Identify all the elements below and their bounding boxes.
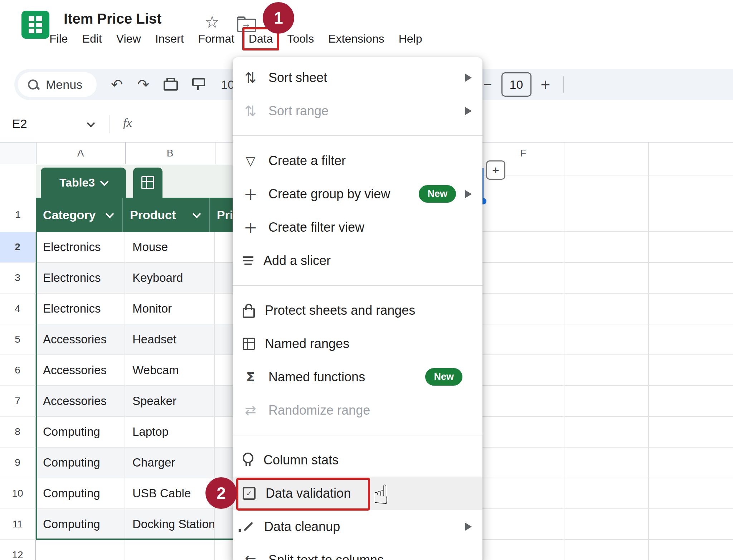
cell-product[interactable]: Docking Station	[125, 509, 215, 540]
cell-product[interactable]: USB Cable	[125, 478, 215, 509]
menu-item[interactable]: Add a slicer	[233, 244, 482, 277]
row-header[interactable]: 5	[0, 324, 36, 355]
sigma-icon	[243, 370, 258, 384]
add-table-column-button[interactable]	[486, 160, 505, 180]
menubar-item[interactable]: Extensions	[325, 29, 387, 49]
cell-product[interactable]: Monitor	[125, 294, 215, 324]
cell-category[interactable]: Accessories	[36, 355, 125, 386]
name-box-dropdown-icon[interactable]	[87, 119, 95, 127]
select-all-corner[interactable]	[0, 143, 37, 164]
table-header-category[interactable]: Category	[36, 198, 123, 232]
cell-category[interactable]: Electronics	[36, 294, 125, 324]
table-row: 5 Accessories Headset	[0, 324, 233, 355]
cell-price-partial[interactable]	[215, 263, 233, 294]
menu-item[interactable]: Named functions New	[233, 360, 482, 394]
table-name-chip[interactable]: Table3	[41, 168, 126, 198]
cell-price-partial[interactable]	[215, 509, 233, 540]
menus-search[interactable]: Menus	[18, 72, 97, 97]
menu-item[interactable]: Create filter view	[233, 211, 482, 244]
row-header[interactable]: 3	[0, 263, 36, 294]
table-row: 11 Computing Docking Station	[0, 509, 233, 540]
sort-icon	[243, 69, 258, 86]
cell-price-partial[interactable]	[215, 324, 233, 355]
cell-price-partial[interactable]	[215, 294, 233, 324]
cell-price-partial[interactable]	[215, 386, 233, 417]
table-header-price-partial[interactable]: Pri	[210, 198, 233, 232]
undo-icon[interactable]: ↶	[111, 76, 123, 93]
column-header-b[interactable]: B	[125, 143, 215, 164]
cell-category[interactable]	[36, 540, 125, 560]
cell-category[interactable]: Computing	[36, 478, 125, 509]
menu-item[interactable]: Create group by view New	[233, 177, 482, 211]
menubar-item[interactable]: File	[47, 29, 71, 49]
row-header[interactable]: 8	[0, 417, 36, 448]
cell-price-partial[interactable]	[215, 448, 233, 478]
chevron-down-icon[interactable]	[192, 209, 201, 218]
chevron-down-icon[interactable]	[105, 209, 114, 218]
document-title[interactable]: Item Price List	[64, 11, 161, 27]
cell-product[interactable]: Mouse	[125, 232, 215, 263]
menu-item[interactable]: Sort range	[233, 94, 482, 127]
table-menu-button[interactable]	[133, 168, 162, 198]
cell-price-partial[interactable]	[215, 540, 233, 560]
row-header[interactable]: 6	[0, 355, 36, 386]
menu-item[interactable]: Split text to columns	[233, 543, 482, 560]
cell-category[interactable]: Accessories	[36, 324, 125, 355]
menu-item[interactable]: Protect sheets and ranges	[233, 294, 482, 327]
menubar-item[interactable]: Help	[396, 29, 425, 49]
grid-right-region[interactable]	[482, 165, 733, 560]
column-header-a[interactable]: A	[36, 143, 126, 164]
increase-font-size-button[interactable]	[541, 77, 550, 92]
menu-item[interactable]: Data cleanup	[233, 510, 482, 543]
cell-category[interactable]: Electronics	[36, 263, 125, 294]
row-header[interactable]: 4	[0, 294, 36, 324]
menubar-item[interactable]: Tools	[284, 29, 317, 49]
cell-product[interactable]	[125, 540, 215, 560]
row-header[interactable]: 7	[0, 386, 36, 417]
cell-category[interactable]: Computing	[36, 417, 125, 448]
paint-format-icon[interactable]	[192, 78, 205, 91]
menu-item[interactable]: Sort sheet	[233, 61, 482, 94]
cell-category[interactable]: Accessories	[36, 386, 125, 417]
row-header[interactable]: 12	[0, 540, 36, 560]
table-header-product[interactable]: Product	[123, 198, 210, 232]
cell-product[interactable]: Webcam	[125, 355, 215, 386]
cell-price-partial[interactable]	[215, 232, 233, 263]
cell-price-partial[interactable]	[215, 355, 233, 386]
menubar-item[interactable]: View	[113, 29, 144, 49]
menubar-item[interactable]: Format	[195, 29, 237, 49]
search-icon	[28, 79, 38, 90]
cell-product[interactable]: Charger	[125, 448, 215, 478]
cell-product[interactable]: Laptop	[125, 417, 215, 448]
cell-category[interactable]: Electronics	[36, 232, 125, 263]
menu-item-label: Sort sheet	[268, 70, 327, 85]
name-box[interactable]: E2	[12, 117, 27, 131]
row-header-1[interactable]: 1	[0, 198, 37, 233]
menubar-item[interactable]: Insert	[152, 29, 186, 49]
cell-category[interactable]: Computing	[36, 509, 125, 540]
menu-item[interactable]: Data validation	[233, 477, 482, 510]
row-header[interactable]: 11	[0, 509, 36, 540]
redo-icon[interactable]: ↷	[137, 76, 150, 93]
cell-product[interactable]: Headset	[125, 324, 215, 355]
menubar-item[interactable]: Edit	[79, 29, 105, 49]
cell-product[interactable]: Speaker	[125, 386, 215, 417]
menubar-item-label: Help	[399, 32, 422, 45]
cell-product[interactable]: Keyboard	[125, 263, 215, 294]
price-header-label: Pri	[217, 208, 233, 222]
menu-item[interactable]: Randomize range	[233, 394, 482, 427]
paint-roller-glyph	[192, 78, 205, 86]
cell-price-partial[interactable]	[215, 417, 233, 448]
menu-item[interactable]: Named ranges	[233, 327, 482, 360]
menu-item[interactable]: Column stats	[233, 443, 482, 477]
cell-category[interactable]: Computing	[36, 448, 125, 478]
column-header-c-partial[interactable]	[215, 143, 233, 164]
font-size-input[interactable]: 10	[501, 72, 531, 97]
validation-icon	[243, 487, 256, 500]
decrease-font-size-button[interactable]	[483, 76, 492, 93]
print-icon[interactable]	[164, 78, 178, 91]
menu-item[interactable]: Create a filter	[233, 144, 482, 177]
row-header[interactable]: 10	[0, 478, 36, 509]
row-header[interactable]: 2	[0, 232, 36, 263]
row-header[interactable]: 9	[0, 448, 36, 478]
